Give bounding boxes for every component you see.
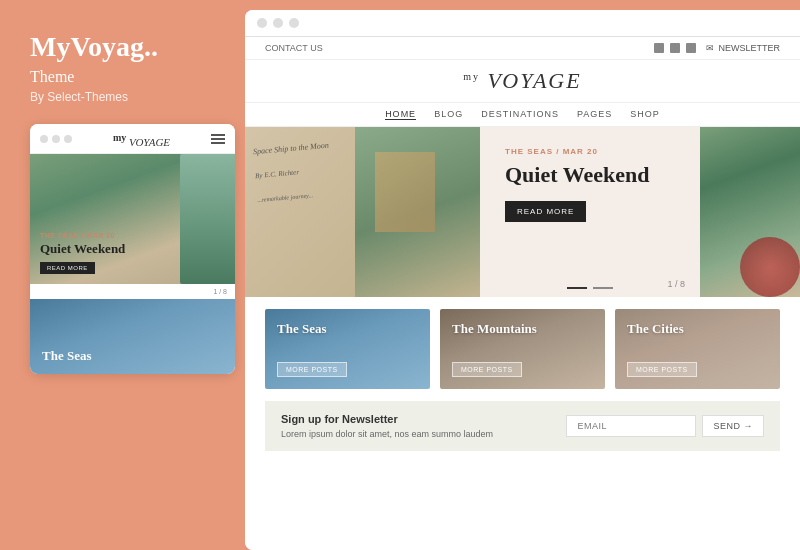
newsletter-email-input[interactable] — [566, 415, 696, 437]
category-seas-button[interactable]: MORE POSTS — [277, 362, 347, 377]
category-seas-label: The Seas — [277, 321, 326, 337]
geometric-shape — [375, 152, 435, 232]
mobile-hero: THE SEAS / MAR 20 Quiet Weekend READ MOR… — [30, 154, 235, 284]
hero-slider: Space Ship to the Moon By E.C. Richter .… — [245, 127, 800, 297]
newsletter-link[interactable]: ✉ NEWSLETTER — [706, 43, 780, 53]
category-card-mountains: The Mountains MORE POSTS — [440, 309, 605, 389]
mobile-dots — [40, 135, 72, 143]
hero-slide-main: THE SEAS / MAR 20 Quiet Weekend READ MOR… — [480, 127, 700, 297]
mobile-read-more-button[interactable]: READ MORE — [40, 262, 95, 274]
theme-subtitle: Theme — [30, 68, 225, 86]
nav-item-home[interactable]: HOME — [385, 109, 416, 120]
category-card-seas: The Seas MORE POSTS — [265, 309, 430, 389]
category-card-cities: The Cities MORE POSTS — [615, 309, 780, 389]
newsletter-send-button[interactable]: SEND → — [702, 415, 764, 437]
hero-tag: THE SEAS / MAR 20 — [505, 147, 675, 156]
category-cities-label: The Cities — [627, 321, 684, 337]
right-panel: CONTACT US ✉ NEWSLETTER my VOYAGE HOM — [245, 10, 800, 550]
site-logo[interactable]: my VOYAGE — [253, 68, 792, 94]
site-logo-area: my VOYAGE — [245, 60, 800, 103]
mobile-header: my VOYAGE — [30, 124, 235, 155]
hero-side-flowers — [740, 237, 800, 297]
twitter-icon[interactable] — [654, 43, 664, 53]
hero-title: Quiet Weekend — [505, 162, 675, 188]
social-icons — [654, 43, 696, 53]
nav-item-pages[interactable]: PAGES — [577, 109, 612, 120]
mobile-thumbnail: The Seas — [30, 299, 235, 374]
mobile-hero-image — [180, 154, 235, 284]
nav-item-destinations[interactable]: DESTINATIONS — [481, 109, 559, 120]
hero-arrow-next[interactable] — [593, 287, 613, 289]
mobile-dot-3 — [64, 135, 72, 143]
hero-arrow-prev[interactable] — [567, 287, 587, 289]
browser-content: CONTACT US ✉ NEWSLETTER my VOYAGE HOM — [245, 37, 800, 550]
hero-slide-side — [700, 127, 800, 297]
mobile-logo: my VOYAGE — [113, 132, 170, 148]
browser-dot-1 — [257, 18, 267, 28]
category-mountains-button[interactable]: MORE POSTS — [452, 362, 522, 377]
newsletter-desc: Lorem ipsum dolor sit amet, nos eam summ… — [281, 429, 546, 439]
newsletter-label: NEWSLETTER — [718, 43, 780, 53]
newsletter-text: Sign up for Newsletter Lorem ipsum dolor… — [281, 413, 546, 439]
mobile-hero-content: THE SEAS / MAR 20 Quiet Weekend READ MOR… — [40, 232, 175, 275]
hero-counter: 1 / 8 — [667, 279, 685, 289]
left-panel: MyVoyag.. Theme By Select-Themes my VOYA… — [0, 0, 245, 550]
mobile-thumbnail-label: The Seas — [42, 348, 91, 364]
browser-dot-2 — [273, 18, 283, 28]
site-nav: HOME BLOG DESTINATIONS PAGES SHOP — [245, 103, 800, 127]
mobile-counter: 1 / 8 — [30, 284, 235, 299]
category-mountains-label: The Mountains — [452, 321, 537, 337]
youtube-icon[interactable] — [686, 43, 696, 53]
nav-item-blog[interactable]: BLOG — [434, 109, 463, 120]
newsletter-section: Sign up for Newsletter Lorem ipsum dolor… — [265, 401, 780, 451]
mobile-hero-title: Quiet Weekend — [40, 241, 175, 257]
theme-title: MyVoyag.. — [30, 30, 225, 64]
hero-slide-book: Space Ship to the Moon By E.C. Richter .… — [245, 127, 355, 297]
mobile-dot-2 — [52, 135, 60, 143]
topbar-right: ✉ NEWSLETTER — [654, 43, 780, 53]
mobile-preview: my VOYAGE THE SEAS / MAR 20 Quiet Weeken… — [30, 124, 235, 375]
category-cities-button[interactable]: MORE POSTS — [627, 362, 697, 377]
category-section: The Seas MORE POSTS The Mountains MORE P… — [245, 297, 800, 401]
slide-book-text: Space Ship to the Moon By E.C. Richter .… — [253, 138, 353, 206]
hero-slide-geometric — [355, 127, 480, 297]
hero-arrows — [567, 287, 613, 289]
contact-us-link[interactable]: CONTACT US — [265, 43, 323, 53]
site-topbar: CONTACT US ✉ NEWSLETTER — [245, 37, 800, 60]
mobile-hero-tag: THE SEAS / MAR 20 — [40, 232, 175, 239]
hero-read-more-button[interactable]: READ MORE — [505, 201, 586, 222]
mobile-dot-1 — [40, 135, 48, 143]
browser-dot-3 — [289, 18, 299, 28]
instagram-icon[interactable] — [670, 43, 680, 53]
nav-item-shop[interactable]: SHOP — [630, 109, 660, 120]
newsletter-title: Sign up for Newsletter — [281, 413, 546, 425]
browser-chrome — [245, 10, 800, 37]
theme-by: By Select-Themes — [30, 90, 225, 104]
mobile-hamburger-icon[interactable] — [211, 134, 225, 144]
newsletter-form: SEND → — [566, 415, 764, 437]
